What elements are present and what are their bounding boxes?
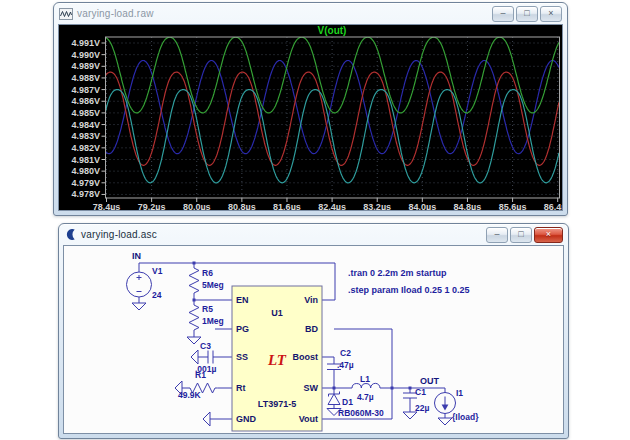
ground-symbol xyxy=(191,350,198,364)
svg-text:80.0µs: 80.0µs xyxy=(183,202,211,211)
svg-text:V1: V1 xyxy=(152,266,163,276)
svg-text:GND: GND xyxy=(236,414,257,424)
inductor-L1[interactable]: L1 4.7µ xyxy=(352,374,380,402)
svg-text:Boost: Boost xyxy=(293,352,319,362)
svg-text:R6: R6 xyxy=(202,268,213,278)
plot-grid xyxy=(106,37,560,198)
svg-text:R1: R1 xyxy=(195,370,206,380)
ic-refdes: U1 xyxy=(271,308,283,318)
close-button[interactable]: × xyxy=(534,227,563,243)
plot-trace-title[interactable]: V(out) xyxy=(318,25,347,36)
schematic-canvas-area: V1 24 IN R6 5Meg R5 1Meg xyxy=(63,245,564,434)
svg-text:PG: PG xyxy=(236,324,249,334)
net-label-in[interactable]: IN xyxy=(132,251,141,261)
schematic-window: varying-load.asc – □ × xyxy=(58,223,569,439)
svg-text:EN: EN xyxy=(236,295,249,305)
svg-text:5Meg: 5Meg xyxy=(202,280,224,290)
svg-text:D1: D1 xyxy=(342,397,353,407)
resistor-R6[interactable]: R6 5Meg xyxy=(189,263,224,300)
svg-text:4.984V: 4.984V xyxy=(71,120,100,130)
minimize-button[interactable]: – xyxy=(492,6,514,22)
svg-text:84.8µs: 84.8µs xyxy=(454,202,482,211)
svg-text:Vout: Vout xyxy=(299,414,318,424)
current-source-I1[interactable]: I1 {Iload} xyxy=(435,388,480,425)
waveform-window-titlebar[interactable]: varying-load.raw – □ × xyxy=(54,3,567,24)
svg-text:49.9K: 49.9K xyxy=(178,390,202,400)
svg-text:4.982V: 4.982V xyxy=(71,143,100,153)
svg-text:BD: BD xyxy=(305,324,318,334)
resistor-R1[interactable]: R1 49.9K xyxy=(175,370,218,400)
maximize-button[interactable]: □ xyxy=(510,227,532,243)
svg-text:4.986V: 4.986V xyxy=(71,96,100,106)
svg-text:C2: C2 xyxy=(340,348,351,358)
diode-D1[interactable]: D1 RB060M-30 xyxy=(327,392,384,419)
waveform-window: varying-load.raw – □ × V(out) 4.991V4.99… xyxy=(53,2,568,216)
svg-text:4.985V: 4.985V xyxy=(71,108,100,118)
minimize-button[interactable]: – xyxy=(486,227,508,243)
ic-partnumber: LT3971-5 xyxy=(258,399,296,409)
svg-text:80.8µs: 80.8µs xyxy=(228,202,256,211)
waveform-window-title: varying-load.raw xyxy=(77,8,154,19)
svg-text:22µ: 22µ xyxy=(415,403,429,413)
svg-text:78.4µs: 78.4µs xyxy=(93,202,121,211)
ground-symbol xyxy=(403,412,417,419)
svg-text:4.989V: 4.989V xyxy=(71,61,100,71)
svg-text:C3: C3 xyxy=(200,341,211,351)
ic-U1-LT3971-5[interactable]: EN PG SS Rt GND Vin BD Boost SW Vout U1 … xyxy=(232,286,322,431)
svg-text:C1: C1 xyxy=(415,387,426,397)
svg-text:1Meg: 1Meg xyxy=(202,316,224,326)
svg-text:4.990V: 4.990V xyxy=(71,50,100,60)
svg-text:SS: SS xyxy=(236,352,248,362)
net-label-out[interactable]: OUT xyxy=(420,376,440,386)
svg-text:4.988V: 4.988V xyxy=(71,73,100,83)
ground-symbol xyxy=(203,412,210,426)
svg-text:SW: SW xyxy=(304,383,319,393)
svg-text:4.978V: 4.978V xyxy=(71,189,100,199)
trace-Iload=0.75A xyxy=(105,72,559,165)
svg-text:4.983V: 4.983V xyxy=(71,131,100,141)
ground-symbol xyxy=(438,418,452,425)
schematic-canvas[interactable]: V1 24 IN R6 5Meg R5 1Meg xyxy=(64,246,563,433)
svg-text:82.4µs: 82.4µs xyxy=(318,202,346,211)
svg-text:86.4µs: 86.4µs xyxy=(544,202,562,211)
svg-text:R5: R5 xyxy=(202,304,213,314)
svg-text:24: 24 xyxy=(152,290,162,300)
maximize-button[interactable]: □ xyxy=(516,6,538,22)
ground-symbol xyxy=(132,303,146,310)
waveform-window-controls: – □ × xyxy=(492,6,562,22)
ground-symbol xyxy=(187,337,201,344)
svg-text:4.979V: 4.979V xyxy=(71,178,100,188)
svg-text:.47µ: .47µ xyxy=(337,360,354,370)
svg-text:Rt: Rt xyxy=(236,383,246,393)
directive-tran[interactable]: .tran 0 2.2m 2m startup xyxy=(348,268,447,278)
svg-text:85.6µs: 85.6µs xyxy=(499,202,527,211)
capacitor-C1[interactable]: C1 22µ xyxy=(403,387,429,419)
svg-text:79.2µs: 79.2µs xyxy=(138,202,166,211)
svg-text:81.6µs: 81.6µs xyxy=(273,202,301,211)
svg-text:84.0µs: 84.0µs xyxy=(408,202,436,211)
svg-text:Vin: Vin xyxy=(304,295,318,305)
ltspice-logo-icon xyxy=(64,228,77,241)
lt-logo: LT xyxy=(267,352,287,368)
svg-text:RB060M-30: RB060M-30 xyxy=(338,408,384,418)
directive-step[interactable]: .step param Iload 0.25 1 0.25 xyxy=(348,285,470,295)
svg-text:{Iload}: {Iload} xyxy=(452,412,479,422)
waveform-doc-icon xyxy=(59,8,73,20)
svg-text:4.7µ: 4.7µ xyxy=(357,392,374,402)
ltspice-workspace: varying-load.raw – □ × V(out) 4.991V4.99… xyxy=(0,0,630,440)
svg-text:4.987V: 4.987V xyxy=(71,85,100,95)
svg-text:4.991V: 4.991V xyxy=(71,38,100,48)
waveform-plot-area: V(out) 4.991V4.990V4.989V4.988V4.987V4.9… xyxy=(58,24,563,211)
resistor-R5[interactable]: R5 1Meg xyxy=(187,300,224,344)
close-button[interactable]: × xyxy=(540,6,562,22)
svg-text:4.981V: 4.981V xyxy=(71,155,100,165)
schematic-window-title: varying-load.asc xyxy=(81,229,157,240)
capacitor-C2[interactable]: C2 .47µ xyxy=(327,348,354,370)
svg-text:L1: L1 xyxy=(360,374,370,384)
schematic-window-controls: – □ × xyxy=(486,227,563,243)
svg-text:83.2µs: 83.2µs xyxy=(363,202,391,211)
schematic-window-titlebar[interactable]: varying-load.asc – □ × xyxy=(59,224,568,245)
waveform-plot-canvas[interactable]: V(out) 4.991V4.990V4.989V4.988V4.987V4.9… xyxy=(59,25,562,210)
voltage-source-V1[interactable]: V1 24 xyxy=(127,263,163,310)
svg-text:I1: I1 xyxy=(456,388,463,398)
